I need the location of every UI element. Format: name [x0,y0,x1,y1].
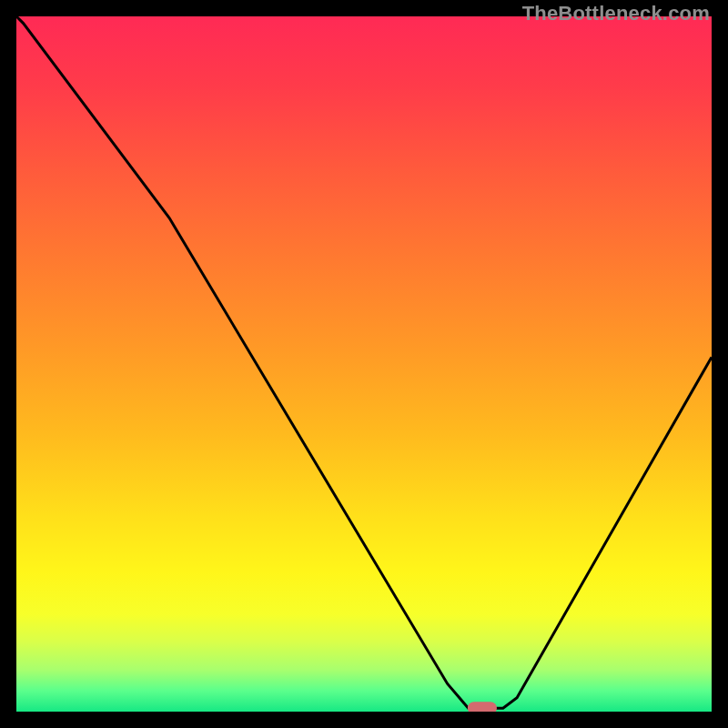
chart-svg [16,16,712,712]
gradient-background [16,16,712,712]
optimal-marker [468,702,497,712]
plot-area [16,16,712,712]
watermark-text: TheBottleneck.com [522,2,710,25]
chart-frame: TheBottleneck.com [0,0,728,728]
